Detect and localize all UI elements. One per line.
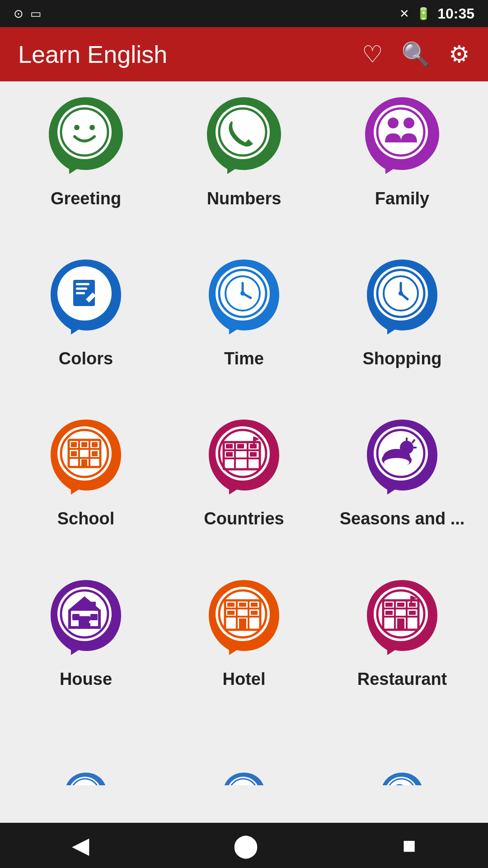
category-house[interactable]: House	[9, 571, 163, 717]
category-countries[interactable]: Countries	[167, 410, 321, 557]
bottom1-icon	[41, 731, 131, 785]
svg-rect-39	[81, 459, 87, 467]
heart-icon[interactable]: ♡	[362, 41, 383, 68]
svg-point-3	[89, 125, 95, 130]
category-bottom2[interactable]	[167, 731, 321, 814]
time-label: Time	[224, 349, 264, 368]
status-bar-left: ⊙ ▭	[14, 7, 42, 21]
svg-rect-35	[81, 442, 87, 447]
category-grid: Greeting Numbers	[0, 81, 488, 823]
search-icon[interactable]: 🔍	[401, 41, 431, 68]
svg-point-9	[404, 118, 414, 128]
svg-point-63	[384, 458, 409, 467]
svg-rect-38	[92, 451, 98, 456]
status-bar: ⊙ ▭ ✕ 🔋 10:35	[0, 0, 488, 27]
svg-rect-96	[385, 611, 393, 615]
svg-point-69	[89, 621, 92, 623]
svg-rect-52	[253, 437, 255, 445]
svg-rect-99	[410, 596, 412, 604]
svg-point-73	[216, 587, 270, 641]
svg-rect-72	[90, 614, 98, 620]
category-family[interactable]: Family	[325, 90, 479, 237]
svg-point-2	[74, 125, 80, 130]
svg-rect-36	[92, 442, 98, 447]
sim-icon: ▭	[30, 7, 42, 21]
svg-rect-34	[71, 442, 77, 447]
back-button[interactable]: ◀	[72, 832, 89, 859]
hotel-icon	[199, 571, 289, 661]
category-greeting[interactable]: Greeting	[9, 90, 163, 237]
colors-label: Colors	[59, 349, 113, 368]
countries-icon	[199, 410, 289, 501]
greeting-label: Greeting	[51, 189, 121, 208]
settings-icon[interactable]: ⚙	[449, 41, 470, 68]
svg-rect-97	[409, 611, 416, 615]
svg-rect-47	[226, 444, 233, 448]
svg-rect-37	[71, 451, 77, 456]
restaurant-label: Restaurant	[357, 670, 447, 689]
svg-rect-94	[397, 603, 404, 607]
category-colors[interactable]: Colors	[9, 250, 163, 397]
svg-point-20	[240, 291, 245, 296]
svg-rect-13	[76, 288, 87, 290]
bottom-nav: ◀ ⬤ ■	[0, 823, 488, 868]
svg-point-6	[374, 105, 428, 159]
svg-rect-84	[251, 611, 258, 615]
seasons-label: Seasons and ...	[340, 509, 465, 528]
svg-rect-85	[239, 618, 246, 630]
spinner-icon: ⊙	[14, 7, 23, 21]
svg-rect-51	[250, 452, 257, 457]
svg-rect-93	[385, 603, 393, 607]
category-school[interactable]: School	[9, 410, 163, 557]
svg-point-64	[57, 587, 112, 641]
svg-rect-48	[237, 444, 244, 448]
countries-label: Countries	[204, 509, 284, 528]
svg-rect-95	[409, 603, 416, 607]
svg-rect-71	[72, 614, 80, 620]
category-hotel[interactable]: Hotel	[167, 571, 321, 717]
time-icon	[199, 250, 289, 341]
greeting-icon	[41, 90, 131, 181]
shopping-icon	[357, 250, 447, 341]
home-button[interactable]: ⬤	[233, 832, 258, 859]
svg-rect-81	[239, 603, 246, 607]
family-label: Family	[375, 189, 429, 208]
svg-rect-14	[76, 292, 85, 294]
svg-rect-80	[227, 603, 235, 607]
svg-rect-82	[251, 603, 258, 607]
category-seasons[interactable]: Seasons and ...	[325, 410, 479, 557]
restaurant-icon	[357, 571, 447, 661]
family-icon	[357, 90, 447, 181]
colors-icon	[41, 250, 131, 341]
shopping-label: Shopping	[362, 349, 441, 368]
app-title: Learn English	[18, 40, 362, 68]
bottom3-icon	[357, 731, 447, 785]
battery-icon: 🔋	[416, 7, 431, 21]
svg-point-8	[388, 118, 399, 128]
svg-point-27	[57, 426, 112, 481]
numbers-icon	[199, 90, 289, 181]
category-time[interactable]: Time	[167, 250, 321, 397]
category-shopping[interactable]: Shopping	[325, 250, 479, 397]
category-restaurant[interactable]: Restaurant	[325, 571, 479, 717]
svg-rect-68	[79, 616, 90, 627]
svg-point-26	[399, 291, 403, 296]
svg-point-0	[57, 105, 112, 159]
status-time: 10:35	[437, 5, 474, 22]
svg-rect-83	[227, 611, 235, 615]
category-bottom3[interactable]	[325, 731, 479, 814]
category-numbers[interactable]: Numbers	[167, 90, 321, 237]
svg-rect-12	[76, 283, 89, 285]
bottom2-icon	[199, 731, 289, 785]
house-icon	[41, 571, 131, 661]
svg-rect-98	[397, 618, 404, 630]
svg-point-4	[216, 105, 270, 159]
app-bar: Learn English ♡ 🔍 ⚙	[0, 27, 488, 81]
category-bottom1[interactable]	[9, 731, 163, 814]
stop-button[interactable]: ■	[402, 832, 416, 859]
hotel-label: Hotel	[223, 670, 266, 689]
svg-rect-70	[91, 602, 96, 610]
house-label: House	[60, 670, 112, 689]
app-bar-actions: ♡ 🔍 ⚙	[362, 41, 470, 68]
svg-rect-50	[226, 452, 233, 457]
